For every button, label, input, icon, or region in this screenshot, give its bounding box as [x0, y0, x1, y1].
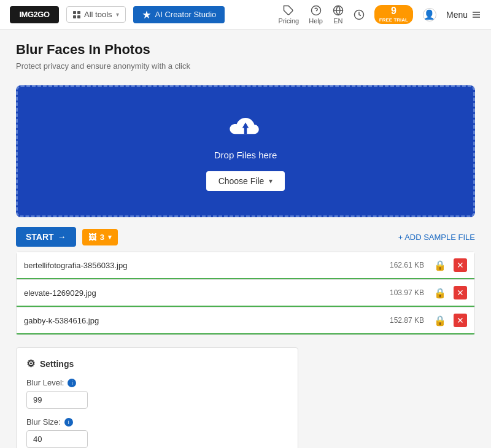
timer-nav-item[interactable]: [354, 9, 365, 20]
hamburger-icon: [471, 10, 481, 20]
header: IMG2GO All tools ▾ AI Creator Studio Pri…: [0, 0, 491, 29]
file-size: 162.61 KB: [390, 261, 424, 269]
table-row: bertellifotografia-3856033.jpg 162.61 KB…: [17, 252, 474, 279]
action-row: START 🖼 3 ▾ + ADD SAMPLE FILE: [16, 227, 475, 247]
header-nav: Pricing Help EN 9: [279, 5, 481, 25]
table-row: elevate-1269029.jpg 103.97 KB 🔒 ✕: [17, 279, 474, 307]
settings-header: ⚙ Settings: [26, 358, 288, 369]
chevron-down-icon: ▾: [269, 177, 273, 185]
upload-area[interactable]: Drop Files here Choose File ▾: [16, 85, 475, 217]
menu-button[interactable]: Menu: [446, 10, 481, 20]
start-button-top[interactable]: START: [16, 227, 76, 247]
file-name: bertellifotografia-3856033.jpg: [24, 261, 385, 270]
blur-level-label: Blur Level: i: [26, 378, 288, 387]
file-lock-icon[interactable]: 🔒: [434, 260, 446, 271]
grid-icon: [73, 11, 80, 18]
blur-size-field: Blur Size: i: [26, 417, 288, 448]
blur-size-label: Blur Size: i: [26, 417, 288, 427]
cloud-upload-icon: [227, 112, 264, 142]
chevron-down-icon: ▾: [116, 11, 119, 18]
add-sample-button[interactable]: + ADD SAMPLE FILE: [398, 233, 475, 242]
help-nav-item[interactable]: Help: [309, 5, 323, 25]
main-content: Blur Faces In Photos Protect privacy and…: [6, 29, 485, 448]
choose-file-button[interactable]: Choose File ▾: [206, 171, 285, 191]
file-lock-icon[interactable]: 🔒: [434, 287, 446, 299]
tag-icon: [283, 5, 294, 16]
file-lock-icon[interactable]: 🔒: [434, 315, 446, 326]
delete-file-button[interactable]: ✕: [454, 314, 467, 327]
ai-creator-button[interactable]: AI Creator Studio: [133, 6, 225, 23]
trial-badge-item[interactable]: 9 FREE TRIAL: [374, 5, 413, 24]
file-list: bertellifotografia-3856033.jpg 162.61 KB…: [16, 252, 475, 335]
blur-level-field: Blur Level: i: [26, 378, 288, 409]
blur-size-input[interactable]: [26, 430, 88, 448]
file-size: 152.87 KB: [390, 316, 424, 325]
arrow-right-icon: [58, 232, 66, 242]
page-subtitle: Protect privacy and ensure anonymity wit…: [16, 61, 475, 71]
help-icon: [311, 5, 322, 16]
file-name: gabby-k-5384616.jpg: [24, 316, 385, 325]
format-selector[interactable]: 🖼 3 ▾: [82, 229, 118, 245]
settings-panel: ⚙ Settings Blur Level: i Blur Size: i: [16, 347, 298, 448]
table-row: gabby-k-5384616.jpg 152.87 KB 🔒 ✕: [17, 307, 474, 334]
blur-size-info-icon[interactable]: i: [64, 418, 73, 427]
all-tools-button[interactable]: All tools ▾: [66, 6, 126, 23]
clock-icon: [354, 9, 365, 20]
trial-badge: 9 FREE TRIAL: [374, 5, 413, 24]
lang-nav-item[interactable]: EN: [333, 5, 344, 25]
file-size: 103.97 KB: [390, 288, 424, 297]
globe-icon: [333, 5, 344, 16]
delete-file-button[interactable]: ✕: [454, 286, 467, 299]
pricing-nav-item[interactable]: Pricing: [279, 5, 300, 25]
blur-level-input[interactable]: [26, 391, 88, 409]
drop-files-text: Drop Files here: [214, 150, 277, 160]
logo[interactable]: IMG2GO: [10, 6, 59, 23]
gear-icon: ⚙: [26, 358, 35, 369]
page-title: Blur Faces In Photos: [16, 42, 475, 58]
delete-file-button[interactable]: ✕: [454, 258, 467, 272]
sparkle-icon: [142, 10, 152, 20]
user-icon[interactable]: 👤: [423, 8, 436, 21]
file-name: elevate-1269029.jpg: [24, 288, 385, 298]
blur-level-info-icon[interactable]: i: [68, 379, 76, 387]
chevron-down-icon: ▾: [108, 233, 112, 241]
